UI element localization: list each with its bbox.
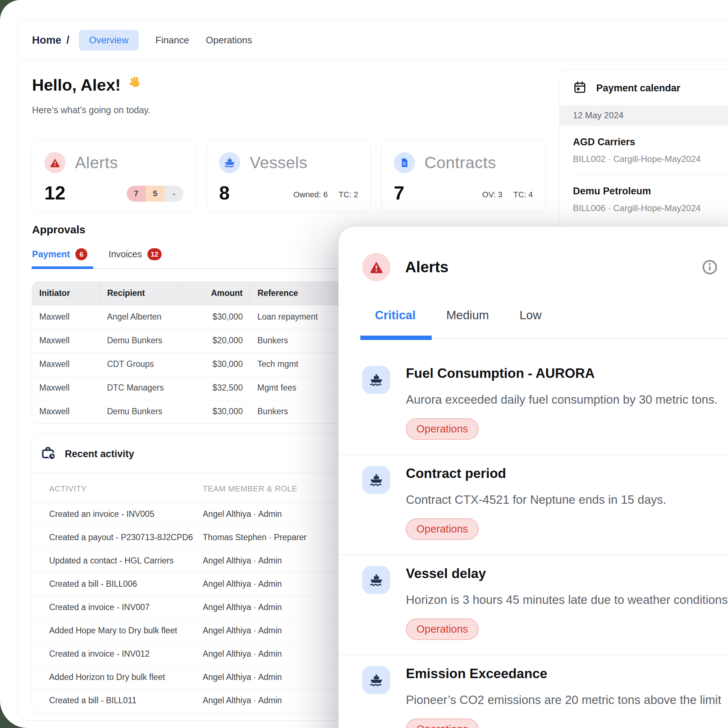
- cell-initiator: Maxwell: [32, 400, 100, 423]
- alert-item[interactable]: Vessel delay Horizon is 3 hours 45 minut…: [338, 555, 728, 655]
- cell-reference: Bunkers: [250, 400, 349, 423]
- cell-recipient: Demu Bunkers: [100, 329, 181, 352]
- cell-recipient: DTC Managers: [100, 376, 181, 400]
- list-item[interactable]: Added Hope Mary to Dry bulk fleet Angel …: [32, 619, 349, 642]
- alerts-severity-tabs: Critical Medium Low: [375, 308, 541, 322]
- alert-title: Contract period: [406, 466, 728, 481]
- tab-low[interactable]: Low: [519, 308, 541, 322]
- calendar-entry[interactable]: Demu Petroleum BILL006 · Cargill-Hope-Ma…: [560, 175, 728, 213]
- operations-tag[interactable]: Operations: [406, 418, 479, 440]
- alert-item[interactable]: Contract period Contract CTX-4521 for Ne…: [338, 455, 728, 555]
- member-text: Angel Althiya · Admin: [203, 509, 282, 519]
- col-initiator[interactable]: Initiator: [32, 282, 100, 305]
- operations-tag[interactable]: Operations: [406, 719, 479, 728]
- member-text: Angel Althiya · Admin: [203, 579, 282, 589]
- cell-amount: $30,000: [181, 305, 250, 329]
- cell-amount: $20,000: [181, 329, 250, 352]
- col-amount[interactable]: Amount: [181, 282, 250, 305]
- cell-initiator: Maxwell: [32, 352, 100, 376]
- list-item[interactable]: Created a bill - BILL011 Angel Althiya ·…: [32, 689, 349, 712]
- breadcrumb-home[interactable]: Home: [32, 34, 61, 46]
- list-item[interactable]: Created a bill - BILL006 Angel Althiya ·…: [32, 573, 349, 596]
- alert-item[interactable]: Fuel Consumption - AURORA Aurora exceede…: [338, 355, 728, 455]
- cell-reference: Tech mgmt: [250, 352, 349, 376]
- cell-recipient: Angel Alberten: [100, 305, 181, 329]
- alert-item[interactable]: Emission Exceedance Pioneer’s CO2 emissi…: [338, 655, 728, 728]
- list-item[interactable]: Updated a contact - HGL Carriers Angel A…: [32, 549, 349, 573]
- active-tab-indicator: [360, 336, 432, 340]
- table-row[interactable]: Maxwell DTC Managers $32,500 Mgmt fees: [32, 376, 349, 400]
- table-row[interactable]: Maxwell Angel Alberten $30,000 Loan repa…: [32, 305, 349, 329]
- list-item[interactable]: Created a payout - P230713-8J2CPD6 Thoma…: [32, 526, 349, 549]
- active-tab-indicator: [32, 266, 93, 269]
- alerts-card[interactable]: Alerts 12 7 5 -: [32, 139, 196, 212]
- operations-tag[interactable]: Operations: [406, 618, 479, 640]
- calendar-date-band: 12 May 2024: [560, 105, 728, 125]
- calendar-entry-ref: BILL006 · Cargill-Hope-May2024: [573, 203, 715, 213]
- activity-text: Created a bill - BILL006: [49, 579, 203, 589]
- cell-initiator: Maxwell: [32, 329, 100, 352]
- table-row[interactable]: Maxwell CDT Groups $30,000 Tech mgmt: [32, 352, 349, 376]
- cell-amount: $30,000: [181, 400, 250, 423]
- breadcrumb-separator: /: [67, 34, 70, 46]
- tab-payment-label: Payment: [32, 249, 70, 260]
- waving-hand-icon: [127, 75, 144, 95]
- tab-invoices[interactable]: Invoices 12: [109, 248, 162, 260]
- activity-text: Created a invoice - INV012: [49, 649, 203, 659]
- alert-description: Horizon is 3 hours 45 minutes late due t…: [406, 593, 728, 607]
- operations-tag[interactable]: Operations: [406, 518, 479, 540]
- page-title: Hello, Alex!: [32, 75, 150, 95]
- document-icon: [394, 152, 415, 173]
- tab-finance[interactable]: Finance: [155, 35, 189, 46]
- medium-count: 5: [145, 186, 165, 202]
- col-reference[interactable]: Reference: [250, 282, 349, 305]
- alerts-severity-pill: 7 5 -: [127, 186, 184, 202]
- cell-recipient: CDT Groups: [100, 352, 181, 376]
- calendar-entry-name: AGD Carriers: [573, 136, 715, 148]
- cell-amount: $32,500: [181, 376, 250, 400]
- alert-description: Aurora exceeded daily fuel consumption b…: [406, 393, 728, 407]
- cell-recipient: Demu Bunkers: [100, 400, 181, 423]
- tab-overview[interactable]: Overview: [79, 30, 139, 50]
- contracts-count: 7: [394, 184, 404, 202]
- activity-text: Created a payout - P230713-8J2CPD6: [49, 532, 203, 542]
- tab-operations[interactable]: Operations: [206, 35, 252, 46]
- cell-amount: $30,000: [181, 352, 250, 376]
- contracts-card[interactable]: Contracts 7 OV: 3 TC: 4: [381, 139, 546, 212]
- activity-text: Added Horizon to Dry bulk fleet: [49, 672, 203, 682]
- table-row[interactable]: Maxwell Demu Bunkers $30,000 Bunkers: [32, 400, 349, 423]
- member-text: Thomas Stephen · Preparer: [203, 532, 306, 542]
- invoices-count-badge: 12: [147, 248, 162, 260]
- cell-initiator: Maxwell: [32, 305, 100, 329]
- contracts-ov-stat: OV: 3: [482, 190, 502, 199]
- info-icon[interactable]: [701, 258, 719, 276]
- greeting-text: Hello, Alex!: [32, 76, 121, 95]
- activity-col-header: ACTIVITY: [49, 484, 203, 494]
- alerts-list: Fuel Consumption - AURORA Aurora exceede…: [338, 355, 728, 728]
- vessels-card[interactable]: Vessels 8 Owned: 6 TC: 2: [206, 139, 371, 212]
- low-count: -: [165, 186, 184, 202]
- greeting-subtitle: Here’s what’s going on today.: [32, 105, 150, 115]
- tab-payment[interactable]: Payment 6: [32, 248, 87, 260]
- list-item[interactable]: Created an invoice - INV005 Angel Althiy…: [32, 503, 349, 526]
- list-item[interactable]: Created a invoice - INV012 Angel Althiya…: [32, 642, 349, 666]
- calendar-entry[interactable]: AGD Carriers BILL002 · Cargill-Hope-May2…: [560, 125, 728, 164]
- table-header-row: Initiator Recipient Amount Reference: [32, 282, 349, 305]
- vessels-card-title: Vessels: [250, 153, 307, 172]
- approvals-tabs: Payment 6 Invoices 12: [32, 248, 162, 260]
- ship-icon: [362, 566, 390, 594]
- list-item[interactable]: Added Horizon to Dry bulk fleet Angel Al…: [32, 666, 349, 689]
- tab-medium[interactable]: Medium: [446, 308, 489, 322]
- list-item[interactable]: Created a invoice - INV007 Angel Althiya…: [32, 596, 349, 619]
- activity-text: Updated a contact - HGL Carriers: [49, 556, 203, 566]
- table-row[interactable]: Maxwell Demu Bunkers $20,000 Bunkers: [32, 329, 349, 352]
- approvals-table: Initiator Recipient Amount Reference Max…: [32, 281, 349, 424]
- warning-triangle-icon: [362, 253, 391, 281]
- breadcrumb-bar: Home / Overview Finance Operations: [17, 20, 728, 60]
- critical-count: 7: [127, 186, 145, 202]
- contracts-tc-stat: TC: 4: [513, 190, 533, 199]
- calendar-entry-ref: BILL002 · Cargill-Hope-May2024: [573, 154, 715, 164]
- ship-icon: [362, 366, 390, 394]
- tab-critical[interactable]: Critical: [375, 308, 416, 322]
- col-recipient[interactable]: Recipient: [100, 282, 181, 305]
